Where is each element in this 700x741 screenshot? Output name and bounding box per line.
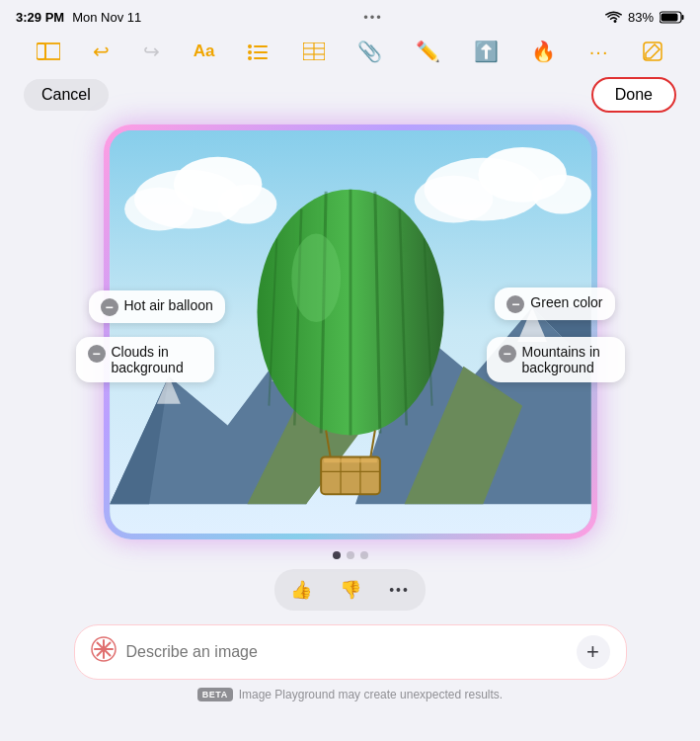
table-icon[interactable] <box>303 42 325 60</box>
status-bar: 3:29 PM Mon Nov 11 ••• 83% <box>0 0 700 30</box>
attach-icon[interactable]: 📎 <box>357 40 382 63</box>
image-inner <box>110 130 591 534</box>
annotation-label-clouds: Clouds in background <box>112 344 202 375</box>
annotation-label-green-color: Green color <box>530 294 602 310</box>
annotation-mountains[interactable]: − Mountains in background <box>487 337 625 382</box>
dot-menu: ••• <box>363 10 383 25</box>
balloon-scene-svg <box>110 130 591 534</box>
svg-point-24 <box>532 175 591 214</box>
svg-point-20 <box>217 185 276 224</box>
reaction-row: 👍 👎 ••• <box>274 569 426 611</box>
svg-point-5 <box>248 44 252 48</box>
fire-icon[interactable]: 🔥 <box>531 40 556 63</box>
battery-percent: 83% <box>628 10 654 25</box>
share-icon[interactable]: ⬆️ <box>474 40 499 63</box>
annotation-hot-air-balloon[interactable]: − Hot air balloon <box>89 290 225 323</box>
describe-row: + <box>74 624 627 680</box>
more-icon[interactable]: ··· <box>589 41 609 63</box>
svg-point-42 <box>291 233 341 322</box>
redo-icon[interactable]: ↪ <box>143 40 160 63</box>
compose-icon[interactable] <box>642 41 663 62</box>
svg-rect-10 <box>254 57 268 59</box>
beta-badge: BETA <box>197 688 233 701</box>
svg-rect-8 <box>254 51 268 53</box>
cancel-button[interactable]: Cancel <box>24 79 109 111</box>
dot-1 <box>333 551 341 559</box>
remove-mountains-btn[interactable]: − <box>499 345 516 363</box>
image-playground-icon <box>91 636 117 668</box>
done-button[interactable]: Done <box>591 77 676 113</box>
action-bar: Cancel Done <box>0 73 700 117</box>
draw-icon[interactable]: ✏️ <box>416 40 440 63</box>
text-format-icon[interactable]: Aa <box>194 41 215 61</box>
dot-2 <box>347 551 354 559</box>
add-button[interactable]: + <box>577 635 610 669</box>
svg-rect-2 <box>661 13 677 21</box>
svg-rect-6 <box>254 45 268 47</box>
svg-rect-50 <box>324 458 377 462</box>
svg-point-9 <box>248 56 252 60</box>
more-reactions-button[interactable]: ••• <box>375 574 424 606</box>
annotation-label-hot-balloon: Hot air balloon <box>124 297 213 313</box>
toolbar: ↩ ↪ Aa 📎 ✏️ ⬆️ 🔥 ··· <box>0 30 700 73</box>
remove-green-color-btn[interactable]: − <box>506 295 524 313</box>
battery-icon <box>660 11 684 24</box>
thumbs-up-button[interactable]: 👍 <box>276 571 326 609</box>
svg-rect-3 <box>37 43 45 59</box>
remove-clouds-btn[interactable]: − <box>88 345 106 363</box>
describe-input[interactable] <box>126 643 567 661</box>
sidebar-icon[interactable] <box>37 41 60 61</box>
image-card-container: − Hot air balloon − Green color − Clouds… <box>104 124 597 539</box>
status-date: Mon Nov 11 <box>72 10 141 25</box>
undo-icon[interactable]: ↩ <box>93 40 110 63</box>
svg-point-23 <box>414 176 493 223</box>
list-icon[interactable] <box>248 42 270 60</box>
svg-rect-4 <box>45 43 60 59</box>
disclaimer-text: Image Playground may create unexpected r… <box>239 688 503 701</box>
thumbs-down-button[interactable]: 👎 <box>326 571 375 609</box>
wifi-icon <box>605 11 622 24</box>
status-right: 83% <box>605 10 684 25</box>
dot-3 <box>360 551 368 559</box>
main-content: − Hot air balloon − Green color − Clouds… <box>0 117 700 701</box>
annotation-label-mountains: Mountains in background <box>522 344 613 375</box>
image-card <box>104 124 597 539</box>
status-time: 3:29 PM <box>16 10 64 25</box>
svg-point-7 <box>248 50 252 54</box>
remove-hot-balloon-btn[interactable]: − <box>101 298 118 316</box>
svg-rect-1 <box>681 15 683 20</box>
annotation-green-color[interactable]: − Green color <box>495 288 614 320</box>
page-dots <box>333 551 368 559</box>
svg-point-19 <box>124 188 194 231</box>
disclaimer: BETA Image Playground may create unexpec… <box>197 688 503 701</box>
annotation-clouds[interactable]: − Clouds in background <box>76 337 214 382</box>
